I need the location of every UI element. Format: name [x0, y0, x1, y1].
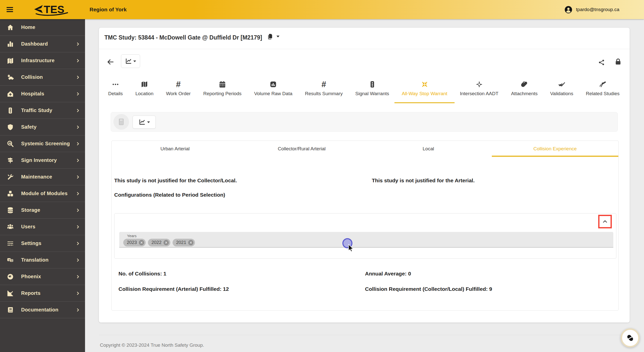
chevron-right-icon — [75, 42, 80, 46]
warrant-chart-button[interactable] — [133, 116, 156, 129]
app-root: { "topbar": { "brand": "TES", "region": … — [0, 0, 644, 352]
user-email: tpardo@tnsgroup.ca — [576, 7, 619, 12]
sidebar-item-traffic-study[interactable]: Traffic Study — [0, 102, 85, 119]
caret-down-icon — [147, 121, 150, 123]
tab-location[interactable]: Location — [135, 80, 153, 96]
map-pin-icon — [7, 57, 14, 64]
year-chip[interactable]: 2021 — [173, 239, 195, 247]
collapse-panel-button[interactable] — [598, 215, 612, 228]
tools-icon — [7, 173, 14, 181]
tab-results-summary[interactable]: # Results Summary — [305, 80, 343, 96]
remove-chip-icon[interactable] — [164, 240, 169, 245]
sidebar-item-storage[interactable]: Storage — [0, 202, 85, 219]
line-chart-icon — [139, 119, 146, 126]
chevron-right-icon — [75, 58, 80, 63]
tab-volume-raw-data[interactable]: Volume Raw Data — [254, 80, 292, 96]
chevron-right-icon — [75, 142, 80, 146]
sidebar-item-users[interactable]: Users — [0, 219, 85, 235]
chevron-right-icon — [75, 308, 80, 312]
subtab-urban-arterial[interactable]: Urban Arterial — [112, 141, 238, 157]
feedback-fab[interactable] — [621, 328, 640, 347]
caret-down-icon — [133, 60, 136, 62]
chevron-right-icon — [75, 92, 80, 96]
sidebar-item-hospitals[interactable]: Hospitals — [0, 86, 85, 102]
stat-annual-average: Annual Average: 0 — [365, 271, 612, 277]
tab-signal-warrants[interactable]: Signal Warrants — [355, 80, 389, 96]
sidebar-item-dashboard[interactable]: Dashboard — [0, 36, 85, 52]
chevron-right-icon — [75, 75, 80, 80]
signpost-icon — [7, 157, 14, 164]
sidebar-item-home[interactable]: Home — [0, 19, 85, 36]
copy-study-button[interactable] — [267, 33, 279, 40]
tab-validations[interactable]: Validations — [550, 80, 573, 96]
remove-chip-icon[interactable] — [188, 240, 193, 245]
sidebar-item-sign-inventory[interactable]: Sign Inventory — [0, 152, 85, 169]
stat-collisions: No. of Collisions: 1 — [118, 271, 365, 277]
tab-details[interactable]: Details — [108, 80, 123, 96]
tab-intersection-aadt[interactable]: Intersection AADT — [460, 80, 498, 96]
map-icon — [141, 80, 148, 89]
chevron-right-icon — [75, 125, 80, 129]
home-icon — [7, 24, 14, 31]
collision-stats: No. of Collisions: 1 Annual Average: 0 C… — [118, 271, 612, 292]
sidebar-item-maintenance[interactable]: Maintenance — [0, 169, 85, 185]
tab-work-order[interactable]: # Work Order — [166, 80, 191, 96]
remove-chip-icon[interactable] — [139, 240, 144, 245]
year-chips: 2023 2022 2021 — [123, 239, 195, 247]
svg-text:A: A — [8, 258, 10, 261]
sidebar-item-phoenix[interactable]: Phoenix — [0, 268, 85, 285]
sidebar: Home Dashboard Infrastructure Collision … — [0, 19, 85, 352]
sidebar-item-safety[interactable]: Safety — [0, 119, 85, 135]
chevron-right-icon — [75, 191, 80, 196]
chevron-up-icon — [601, 218, 609, 225]
sidebar-item-settings[interactable]: Settings — [0, 235, 85, 252]
chart-options-button[interactable] — [121, 54, 140, 68]
translate-icon: A文 — [7, 256, 14, 264]
bar-chart-icon — [7, 40, 14, 48]
arterial-message: This study is not justified for the Arte… — [365, 178, 616, 184]
compress-icon — [475, 80, 483, 89]
warrant-toolbar — [111, 112, 618, 132]
tab-related-studies[interactable]: Related Studies — [586, 80, 620, 96]
years-multiselect[interactable]: Years 2023 2022 2021 — [119, 232, 613, 248]
subtab-collision-experience[interactable]: Collision Experience — [492, 141, 619, 157]
subtab-collector-rural-arterial[interactable]: Collector/Rural Arterial — [238, 141, 365, 157]
chevron-right-icon — [75, 158, 80, 163]
shield-icon — [7, 123, 14, 131]
menu-icon[interactable] — [6, 5, 14, 14]
sidebar-item-module-of-modules[interactable]: Module of Modules — [0, 185, 85, 202]
sidebar-item-reports[interactable]: Reports — [0, 285, 85, 302]
configurations-heading: Configurations (Related to Period Select… — [114, 192, 225, 198]
year-chip[interactable]: 2023 — [123, 239, 146, 247]
sidebar-item-systemic-screening[interactable]: Systemic Screening — [0, 135, 85, 152]
phoenix-icon — [7, 273, 14, 280]
tes-logo[interactable]: TES — [30, 2, 77, 17]
sidebar-item-infrastructure[interactable]: Infrastructure — [0, 52, 85, 69]
page-title: TMC Study: 53844 - McDowell Gate @ Duffi… — [104, 34, 262, 41]
lock-button[interactable] — [614, 58, 622, 65]
sidebar-item-documentation[interactable]: Documentation — [0, 302, 85, 318]
user-menu[interactable]: tpardo@tnsgroup.ca — [564, 0, 619, 19]
back-button[interactable] — [106, 58, 114, 66]
caret-down-icon — [276, 36, 279, 38]
tab-reporting-periods[interactable]: Reporting Periods — [203, 80, 242, 96]
subtab-local[interactable]: Local — [365, 141, 492, 157]
warrant-subtabs: Urban Arterial Collector/Rural Arterial … — [112, 141, 618, 157]
svg-text:TES: TES — [44, 4, 64, 15]
sidebar-item-translation[interactable]: A文 Translation — [0, 252, 85, 268]
calculate-button-disabled[interactable] — [113, 114, 129, 130]
share-button[interactable] — [598, 59, 605, 66]
user-avatar-icon — [564, 6, 573, 14]
tab-attachments[interactable]: Attachments — [511, 80, 538, 96]
compress-arrows-icon — [421, 80, 428, 89]
hospital-icon — [7, 90, 14, 98]
line-chart-icon — [125, 58, 132, 65]
hash-icon: # — [321, 80, 326, 89]
paperclip-icon — [520, 80, 528, 89]
tab-all-way-stop-warrant[interactable]: All-Way Stop Warrant — [402, 80, 447, 103]
sidebar-item-collision[interactable]: Collision — [0, 69, 85, 86]
calendar-icon — [219, 80, 226, 89]
year-chip[interactable]: 2022 — [148, 239, 170, 247]
stat-collector-local-requirement: Collision Requirement (Collector/Local) … — [365, 286, 612, 292]
collector-local-message: This study is not justified for the Coll… — [114, 178, 365, 184]
